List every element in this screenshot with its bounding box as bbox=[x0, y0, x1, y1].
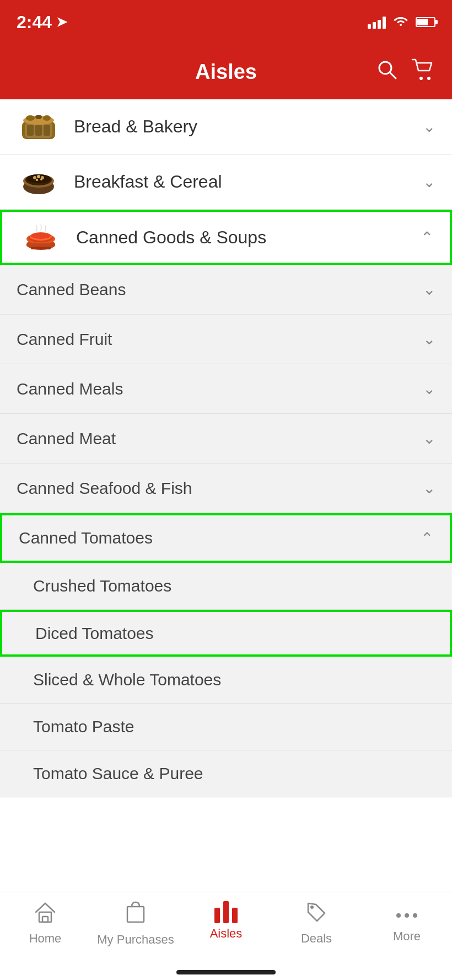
nav-item-my-purchases[interactable]: My Purchases bbox=[90, 901, 181, 947]
sliced-whole-tomatoes-label: Sliced & Whole Tomatoes bbox=[33, 670, 435, 689]
status-icons bbox=[368, 14, 435, 30]
svg-line-1 bbox=[390, 72, 396, 78]
diced-tomatoes-label: Diced Tomatoes bbox=[35, 624, 433, 643]
nav-item-home[interactable]: Home bbox=[0, 901, 90, 946]
svg-point-32 bbox=[310, 906, 314, 909]
aisles-icon bbox=[214, 901, 238, 923]
svg-point-2 bbox=[419, 77, 423, 80]
home-nav-label: Home bbox=[29, 931, 62, 946]
category-breakfast-cereal[interactable]: Breakfast & Cereal ⌄ bbox=[0, 155, 452, 210]
cart-icon[interactable] bbox=[411, 58, 435, 86]
header: Aisles bbox=[0, 44, 452, 99]
bread-bakery-chevron: ⌄ bbox=[423, 118, 435, 136]
breakfast-cereal-label: Breakfast & Cereal bbox=[74, 172, 423, 192]
nav-item-more[interactable]: More bbox=[362, 901, 452, 944]
category-canned-goods[interactable]: Canned Goods & Soups ⌃ bbox=[0, 210, 452, 265]
svg-point-33 bbox=[396, 913, 401, 918]
svg-point-10 bbox=[26, 115, 35, 121]
home-indicator bbox=[176, 970, 276, 974]
battery-icon bbox=[416, 17, 435, 27]
crushed-tomatoes-label: Crushed Tomatoes bbox=[33, 577, 435, 595]
more-nav-label: More bbox=[393, 929, 421, 944]
deals-nav-label: Deals bbox=[301, 931, 332, 946]
canned-goods-label: Canned Goods & Soups bbox=[76, 227, 421, 248]
search-icon[interactable] bbox=[376, 58, 398, 86]
subcategory-canned-seafood[interactable]: Canned Seafood & Fish ⌄ bbox=[0, 464, 452, 513]
svg-point-3 bbox=[427, 77, 431, 80]
subcategory-canned-tomatoes[interactable]: Canned Tomatoes ⌃ bbox=[0, 513, 452, 563]
canned-tomatoes-label: Canned Tomatoes bbox=[19, 529, 421, 547]
signal-icon bbox=[368, 15, 386, 29]
nav-item-deals[interactable]: Deals bbox=[271, 901, 362, 946]
canned-beans-chevron: ⌄ bbox=[423, 280, 435, 299]
bread-bakery-icon bbox=[17, 108, 61, 146]
breakfast-cereal-icon bbox=[17, 163, 61, 201]
svg-point-12 bbox=[43, 115, 51, 121]
canned-beans-label: Canned Beans bbox=[17, 280, 423, 299]
canned-seafood-label: Canned Seafood & Fish bbox=[17, 479, 423, 498]
nav-item-aisles[interactable]: Aisles bbox=[181, 901, 271, 941]
breakfast-cereal-chevron: ⌄ bbox=[423, 173, 435, 191]
category-bread-bakery[interactable]: Bread & Bakery ⌄ bbox=[0, 99, 452, 155]
status-time: 2:44 ➤ bbox=[17, 12, 67, 33]
svg-rect-31 bbox=[127, 907, 144, 922]
canned-goods-subcategories: Canned Beans ⌄ Canned Fruit ⌄ Canned Mea… bbox=[0, 265, 452, 797]
canned-meat-chevron: ⌄ bbox=[423, 429, 435, 448]
tomato-paste-label: Tomato Paste bbox=[33, 717, 435, 736]
subitem-diced-tomatoes[interactable]: Diced Tomatoes bbox=[0, 610, 452, 657]
svg-rect-28 bbox=[31, 247, 51, 249]
deals-icon bbox=[306, 901, 327, 928]
subitem-sliced-whole-tomatoes[interactable]: Sliced & Whole Tomatoes bbox=[0, 657, 452, 704]
canned-meals-label: Canned Meals bbox=[17, 380, 423, 398]
more-icon bbox=[395, 901, 418, 926]
time-display: 2:44 bbox=[17, 12, 52, 33]
subcategory-canned-meals[interactable]: Canned Meals ⌄ bbox=[0, 364, 452, 414]
header-actions bbox=[376, 58, 435, 86]
svg-point-18 bbox=[37, 175, 40, 178]
location-arrow-icon: ➤ bbox=[56, 14, 67, 30]
canned-goods-icon bbox=[19, 218, 63, 257]
svg-rect-8 bbox=[44, 125, 50, 136]
wifi-icon bbox=[392, 14, 409, 30]
svg-rect-7 bbox=[35, 125, 42, 136]
content-area: Bread & Bakery ⌄ Breakfast & Cereal ⌄ bbox=[0, 99, 452, 892]
subitem-tomato-paste[interactable]: Tomato Paste bbox=[0, 704, 452, 750]
svg-point-20 bbox=[36, 179, 38, 181]
subitem-tomato-sauce[interactable]: Tomato Sauce & Puree bbox=[0, 750, 452, 797]
canned-goods-chevron: ⌃ bbox=[421, 228, 433, 247]
svg-point-35 bbox=[413, 913, 417, 918]
tomato-subitems: Crushed Tomatoes Diced Tomatoes Sliced &… bbox=[0, 563, 452, 797]
aisles-nav-label: Aisles bbox=[210, 926, 243, 941]
canned-meat-label: Canned Meat bbox=[17, 429, 423, 448]
tomato-sauce-label: Tomato Sauce & Puree bbox=[33, 764, 435, 783]
subcategory-canned-fruit[interactable]: Canned Fruit ⌄ bbox=[0, 315, 452, 364]
svg-point-11 bbox=[35, 115, 42, 119]
canned-fruit-chevron: ⌄ bbox=[423, 330, 435, 348]
svg-rect-6 bbox=[27, 125, 34, 136]
home-icon bbox=[34, 901, 57, 928]
my-purchases-icon bbox=[125, 901, 146, 929]
canned-meals-chevron: ⌄ bbox=[423, 380, 435, 398]
bottom-nav: Home My Purchases Aisles Deals bbox=[0, 892, 452, 980]
svg-point-17 bbox=[33, 176, 36, 179]
canned-tomatoes-chevron: ⌃ bbox=[421, 529, 433, 547]
svg-rect-27 bbox=[26, 243, 55, 247]
canned-seafood-chevron: ⌄ bbox=[423, 479, 435, 497]
subitem-crushed-tomatoes[interactable]: Crushed Tomatoes bbox=[0, 563, 452, 610]
page-title: Aisles bbox=[195, 60, 257, 84]
status-bar: 2:44 ➤ bbox=[0, 0, 452, 44]
subcategory-canned-beans[interactable]: Canned Beans ⌄ bbox=[0, 265, 452, 315]
svg-point-26 bbox=[31, 232, 51, 239]
svg-point-34 bbox=[405, 913, 409, 918]
subcategory-canned-meat[interactable]: Canned Meat ⌄ bbox=[0, 414, 452, 464]
my-purchases-nav-label: My Purchases bbox=[97, 933, 174, 947]
svg-rect-30 bbox=[42, 917, 48, 922]
canned-fruit-label: Canned Fruit bbox=[17, 330, 423, 349]
bread-bakery-label: Bread & Bakery bbox=[74, 116, 423, 137]
svg-point-21 bbox=[40, 178, 42, 180]
